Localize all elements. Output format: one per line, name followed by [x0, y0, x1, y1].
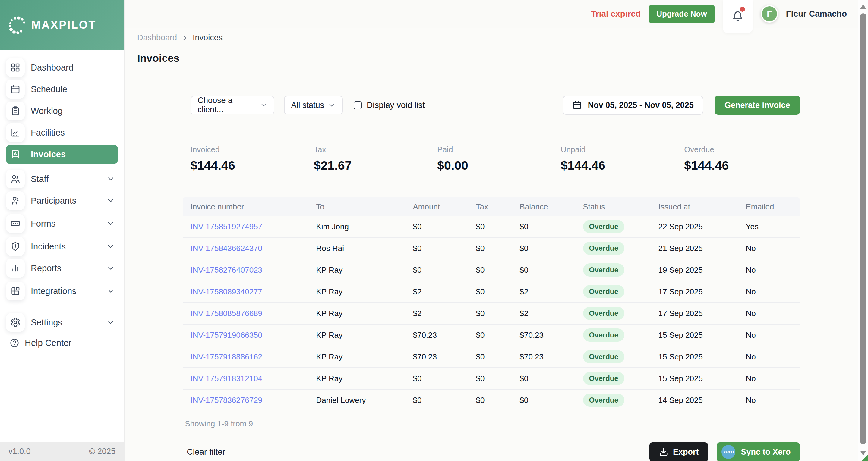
- form-field-icon: [6, 214, 25, 233]
- logo[interactable]: MAXPILOT: [0, 0, 124, 50]
- cell-balance: $70.23: [512, 331, 575, 340]
- cell-to: Ros Rai: [308, 244, 405, 253]
- chevron-down-icon: [106, 196, 115, 205]
- cell-issued-at: 19 Sep 2025: [651, 265, 738, 275]
- cell-tax: $0: [468, 374, 512, 383]
- sidebar-footer: v1.0.0 © 2025: [0, 442, 124, 461]
- sidebar-item-help-center[interactable]: Help Center: [6, 334, 118, 351]
- sidebar-item-incidents[interactable]: Incidents: [6, 237, 118, 256]
- invoice-number-link[interactable]: INV-1757918886162: [190, 352, 262, 361]
- scrollbar[interactable]: [858, 0, 868, 461]
- display-void-list-toggle[interactable]: Display void list: [354, 100, 425, 110]
- user-name[interactable]: Fleur Camacho: [786, 9, 847, 19]
- calendar-icon: [6, 80, 25, 99]
- invoice-number-link[interactable]: INV-1758436624370: [190, 244, 262, 253]
- scroll-up-arrow[interactable]: [860, 4, 866, 9]
- status-select[interactable]: All status: [284, 96, 343, 114]
- cell-amount: $70.23: [405, 331, 468, 340]
- sidebar-item-schedule[interactable]: Schedule: [6, 79, 118, 99]
- invoice-table: Invoice number To Amount Tax Balance Sta…: [183, 197, 800, 411]
- invoice-number-link[interactable]: INV-1757919066350: [190, 331, 262, 339]
- sidebar-item-reports[interactable]: Reports: [6, 259, 118, 278]
- table-row[interactable]: INV-1757919066350 KP Ray $70.23 $0 $70.2…: [183, 325, 800, 346]
- void-list-checkbox[interactable]: [354, 101, 362, 109]
- invoice-table-header: Invoice number To Amount Tax Balance Sta…: [183, 197, 800, 216]
- col-status: Status: [575, 202, 651, 211]
- avatar[interactable]: F: [761, 5, 778, 23]
- summary-label: Paid: [437, 145, 553, 154]
- upgrade-now-button[interactable]: Upgrade Now: [649, 5, 715, 23]
- sidebar-item-invoices[interactable]: Invoices: [6, 144, 118, 164]
- cell-tax: $0: [468, 287, 512, 296]
- client-select-value: Choose a client...: [198, 96, 253, 114]
- content: Dashboard Invoices Invoices Choose a cli…: [125, 28, 858, 461]
- cell-balance: $0: [512, 396, 575, 405]
- invoice-book-icon: [6, 145, 25, 164]
- table-row[interactable]: INV-1758089340277 KP Ray $2 $0 $2 Overdu…: [183, 281, 800, 303]
- cell-emailed: No: [738, 396, 800, 405]
- chevron-down-icon: [260, 101, 267, 109]
- invoice-table-body: INV-1758519274957 Kim Jong $0 $0 $0 Over…: [183, 216, 800, 411]
- download-icon: [659, 448, 668, 457]
- summary-value: $144.46: [561, 159, 676, 173]
- invoice-number-link[interactable]: INV-1758519274957: [190, 222, 262, 231]
- sidebar-item-settings[interactable]: Settings: [6, 313, 118, 332]
- status-badge: Overdue: [583, 372, 624, 385]
- cell-amount: $70.23: [405, 352, 468, 362]
- cell-balance: $0: [512, 244, 575, 253]
- cell-to: KP Ray: [308, 331, 405, 340]
- generate-invoice-button[interactable]: Generate invoice: [715, 96, 800, 115]
- cell-issued-at: 17 Sep 2025: [651, 287, 738, 296]
- sidebar-item-staff[interactable]: Staff: [6, 169, 118, 189]
- invoice-number-link[interactable]: INV-1758089340277: [190, 287, 262, 296]
- calendar-icon: [572, 100, 582, 110]
- sidebar-item-facilities[interactable]: Facilities: [6, 123, 118, 142]
- chevron-down-icon: [106, 242, 115, 251]
- cell-to: KP Ray: [308, 265, 405, 275]
- scrollbar-thumb[interactable]: [860, 13, 866, 444]
- breadcrumb-dashboard[interactable]: Dashboard: [137, 33, 177, 42]
- summary-paid: Paid $0.00: [429, 145, 553, 173]
- clipboard-icon: [6, 102, 25, 120]
- col-balance: Balance: [512, 202, 575, 211]
- sidebar-item-forms[interactable]: Forms: [6, 214, 118, 233]
- sidebar-item-label: Reports: [31, 263, 62, 273]
- invoice-number-link[interactable]: INV-1758276407023: [190, 265, 262, 274]
- client-select[interactable]: Choose a client...: [190, 96, 274, 114]
- status-badge: Overdue: [583, 350, 624, 363]
- export-button[interactable]: Export: [649, 442, 709, 461]
- table-row[interactable]: INV-1758276407023 KP Ray $0 $0 $0 Overdu…: [183, 259, 800, 281]
- table-row[interactable]: INV-1757836276729 Daniel Lowery $0 $0 $0…: [183, 390, 800, 411]
- copyright: © 2025: [89, 447, 116, 456]
- clear-filter-button[interactable]: Clear filter: [183, 447, 225, 457]
- notifications-button[interactable]: [723, 0, 753, 33]
- table-row[interactable]: INV-1757918312104 KP Ray $0 $0 $0 Overdu…: [183, 368, 800, 390]
- sidebar-item-worklog[interactable]: Worklog: [6, 101, 118, 121]
- sync-to-xero-button[interactable]: xero Sync to Xero: [717, 442, 800, 461]
- cell-to: Kim Jong: [308, 222, 405, 231]
- invoice-number-link[interactable]: INV-1757836276729: [190, 396, 262, 405]
- invoice-number-link[interactable]: INV-1757918312104: [190, 374, 262, 383]
- shield-alert-icon: [6, 237, 25, 256]
- cell-amount: $2: [405, 287, 468, 296]
- table-row[interactable]: INV-1757918886162 KP Ray $70.23 $0 $70.2…: [183, 346, 800, 368]
- cell-issued-at: 15 Sep 2025: [651, 374, 738, 383]
- sidebar-item-integrations[interactable]: Integrations: [6, 282, 118, 301]
- cell-issued-at: 15 Sep 2025: [651, 331, 738, 340]
- table-row[interactable]: INV-1758436624370 Ros Rai $0 $0 $0 Overd…: [183, 238, 800, 259]
- sidebar-nav: Dashboard Schedule Worklog Facilities: [0, 50, 124, 442]
- col-amount: Amount: [405, 202, 468, 211]
- cell-amount: $0: [405, 265, 468, 275]
- table-row[interactable]: INV-1758085876689 KP Ray $2 $0 $2 Overdu…: [183, 303, 800, 325]
- dashboard-icon: [6, 58, 25, 77]
- table-row[interactable]: INV-1758519274957 Kim Jong $0 $0 $0 Over…: [183, 216, 800, 238]
- sidebar-item-participants[interactable]: Participants: [6, 191, 118, 210]
- invoice-number-link[interactable]: INV-1758085876689: [190, 309, 262, 318]
- sidebar-item-dashboard[interactable]: Dashboard: [6, 58, 118, 77]
- gear-icon: [6, 313, 25, 332]
- col-issued-at: Issued at: [651, 202, 738, 211]
- date-range-button[interactable]: Nov 05, 2025 - Nov 05, 2025: [563, 96, 703, 115]
- breadcrumb-invoices: Invoices: [193, 33, 222, 42]
- trial-expired-text: Trial expired: [591, 9, 641, 19]
- cell-amount: $0: [405, 396, 468, 405]
